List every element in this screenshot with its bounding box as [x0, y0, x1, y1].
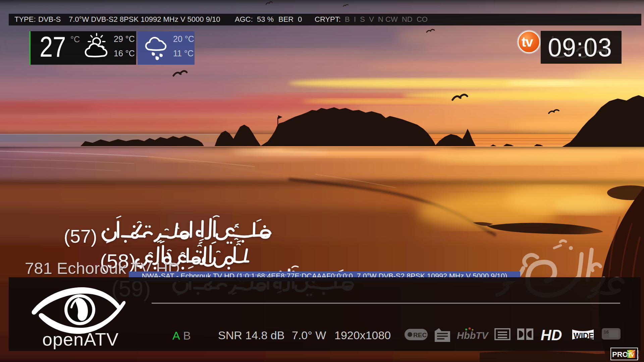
svg-text:A: A	[172, 329, 180, 342]
svg-text:B: B	[183, 329, 191, 342]
svg-text:REC: REC	[413, 331, 427, 339]
svg-text:16: 16	[604, 329, 608, 335]
svg-text:HbbTV: HbbTV	[457, 330, 489, 341]
svg-text:PRO: PRO	[612, 350, 628, 359]
svg-text:7.0° W: 7.0° W	[292, 329, 326, 342]
svg-text:644x362: 644x362	[334, 329, 391, 342]
svg-text:NET.UA: NET.UA	[636, 350, 639, 360]
svg-text:TV: TV	[628, 352, 634, 358]
svg-text:(57): (57)	[64, 226, 97, 247]
svg-text:openATV: openATV	[42, 329, 119, 349]
svg-text:SNR 14.8 dB: SNR 14.8 dB	[218, 329, 284, 342]
svg-text:HD: HD	[541, 327, 562, 343]
svg-text:tv: tv	[522, 34, 533, 50]
svg-text:WIDE: WIDE	[574, 331, 594, 340]
